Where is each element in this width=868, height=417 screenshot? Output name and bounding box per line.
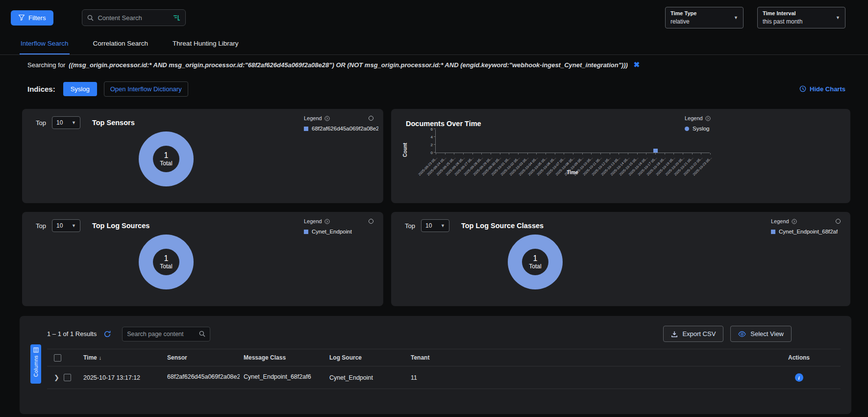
column-header-message-class[interactable]: Message Class (244, 354, 329, 361)
syslog-index-button[interactable]: Syslog (63, 82, 97, 96)
open-interflow-dictionary-button[interactable]: Open Interflow Dictionary (104, 81, 188, 97)
select-view-label: Select View (750, 330, 784, 338)
sort-desc-icon: ↓ (99, 355, 102, 361)
legend-expand-icon[interactable] (324, 219, 330, 224)
column-header-tenant[interactable]: Tenant (411, 354, 757, 361)
time-plot[interactable]: 0246 (435, 130, 710, 153)
time-interval-label: Time Interval (763, 10, 836, 16)
time-type-text: Time Type relative (670, 10, 734, 25)
search-icon (199, 331, 205, 337)
legend-item[interactable]: 68f2af626d45a069f2a08e28 (304, 126, 378, 131)
legend-swatch (771, 230, 775, 234)
download-icon (671, 331, 678, 338)
cell-tenant: 11 (411, 374, 757, 381)
eye-icon (738, 331, 746, 337)
filters-button[interactable]: Filters (11, 10, 53, 26)
header-checkbox[interactable] (54, 354, 61, 362)
donut-chart[interactable]: 1 Total (508, 235, 563, 289)
panel-title: Documents Over Time (406, 120, 481, 128)
cell-log-source: Cynet_Endpoint (329, 374, 411, 381)
page-search-input[interactable] (127, 331, 196, 338)
column-header-sensor[interactable]: Sensor (167, 354, 244, 361)
options-circle-icon[interactable] (836, 219, 841, 224)
top-count-select[interactable]: 10 ▼ (52, 219, 80, 232)
tab-interflow-search[interactable]: Interflow Search (20, 33, 70, 54)
searching-for-label: Searching for (27, 61, 65, 69)
time-type-value: relative (670, 18, 734, 25)
tabs: Interflow Search Correlation Search Thre… (0, 33, 868, 55)
top-count-value: 10 (56, 222, 63, 229)
results-panel: 1 – 1 of 1 Results Export CSV Select Vie… (20, 316, 851, 414)
top-sensors-panel: Top 10 ▼ Top Sensors Legend 68f2af (22, 109, 383, 203)
topbar: Filters Time Type relative ▼ Time Interv… (0, 0, 868, 33)
options-circle-icon[interactable] (369, 219, 373, 224)
table-header-row: Time↓ Sensor Message Class Log Source Te… (47, 349, 841, 366)
donut-center-value: 1 (164, 151, 169, 160)
legend-expand-icon[interactable] (324, 116, 330, 121)
legend-item[interactable]: Cynet_Endpoint_68f2af (771, 229, 845, 235)
interflow-icon[interactable] (173, 15, 180, 21)
column-header-log-source[interactable]: Log Source (329, 354, 411, 361)
time-type-label: Time Type (670, 10, 734, 16)
query-bar: Searching for ((msg_origin.processor.id:… (0, 55, 868, 75)
legend-item[interactable]: Cynet_Endpoint (304, 229, 378, 235)
hide-charts-link[interactable]: Hide Charts (799, 85, 845, 93)
indices-bar: Indices: Syslog Open Interflow Dictionar… (0, 75, 868, 103)
row-expander-icon[interactable]: ❯ (54, 374, 59, 381)
legend: Legend Cynet_Endpoint_68f2af (771, 218, 845, 235)
charts-grid: Top 10 ▼ Top Sensors Legend 68f2af (0, 103, 868, 306)
select-view-button[interactable]: Select View (730, 326, 792, 342)
time-interval-text: Time Interval this past month (763, 10, 836, 25)
app-root: Filters Time Type relative ▼ Time Interv… (0, 0, 868, 417)
row-checkbox[interactable] (64, 374, 71, 381)
y-axis-label: Count (402, 143, 408, 157)
time-interval-select[interactable]: Time Interval this past month ▼ (757, 7, 845, 28)
info-icon[interactable]: i (795, 373, 803, 382)
donut-chart[interactable]: 1 Total (139, 131, 194, 186)
top-count-value: 10 (425, 222, 432, 229)
columns-label: Columns (33, 355, 39, 377)
donut-chart[interactable]: 1 Total (139, 235, 194, 289)
filter-icon (19, 15, 25, 21)
results-toolbar: 1 – 1 of 1 Results Export CSV Select Vie… (20, 316, 851, 349)
export-csv-button[interactable]: Export CSV (663, 326, 723, 342)
cell-message-class: Cynet_Endpoint_68f2af6 (244, 373, 329, 382)
top-count-select[interactable]: 10 ▼ (52, 116, 80, 129)
panel-title: Top Log Sources (92, 222, 149, 230)
tab-correlation-search[interactable]: Correlation Search (92, 33, 149, 54)
indices-label: Indices: (27, 85, 55, 93)
columns-button[interactable]: Columns (30, 344, 41, 384)
options-circle-icon[interactable] (369, 116, 373, 121)
top-count-value: 10 (56, 119, 63, 126)
chevron-down-icon: ▼ (72, 223, 76, 228)
donut-center-label: Total (529, 263, 541, 270)
legend-item-label: Cynet_Endpoint (312, 229, 352, 235)
page-search[interactable] (122, 327, 210, 341)
legend-label: Legend (685, 115, 703, 121)
chevron-down-icon: ▼ (72, 120, 76, 125)
tab-threat-hunting-library[interactable]: Threat Hunting Library (172, 33, 239, 54)
donut-center: 1 Total (153, 249, 179, 275)
cell-time: 2025-10-17 13:17:12 (83, 374, 167, 381)
legend-item-label: Cynet_Endpoint_68f2af (779, 229, 838, 235)
chevron-down-icon: ▼ (836, 15, 840, 20)
donut-center-value: 1 (164, 254, 169, 263)
time-type-select[interactable]: Time Type relative ▼ (665, 7, 744, 28)
legend-expand-icon[interactable] (792, 219, 797, 224)
legend-item-label: 68f2af626d45a069f2a08e28 (312, 126, 378, 131)
donut-center-value: 1 (533, 254, 538, 263)
time-interval-value: this past month (763, 18, 836, 25)
chevron-down-icon: ▼ (441, 223, 445, 228)
table-row[interactable]: ❯ 2025-10-17 13:17:12 68f2af626d45a069f2… (47, 366, 841, 389)
refresh-icon[interactable] (103, 330, 111, 338)
content-search[interactable] (82, 9, 186, 26)
top-count-select[interactable]: 10 ▼ (421, 219, 449, 232)
column-header-time[interactable]: Time↓ (83, 354, 167, 361)
content-search-input[interactable] (98, 14, 169, 22)
top-log-sources-panel: Top 10 ▼ Top Log Sources Legend Cy (22, 212, 383, 306)
chevron-down-icon: ▼ (734, 15, 738, 20)
hide-charts-label: Hide Charts (810, 85, 845, 93)
clear-query-icon[interactable]: ✖ (634, 60, 640, 69)
columns-grid-icon (33, 347, 39, 353)
legend-expand-icon[interactable] (705, 116, 711, 121)
